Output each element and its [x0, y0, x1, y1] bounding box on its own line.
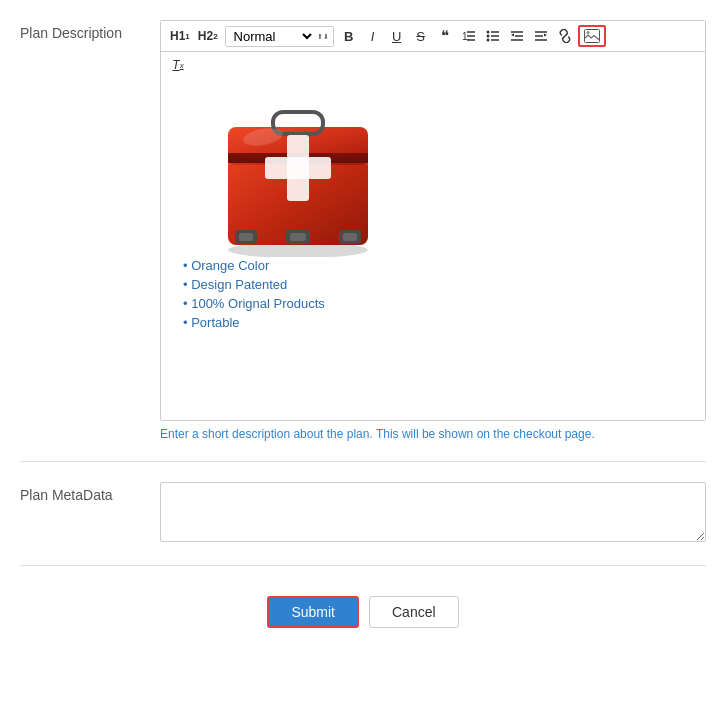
link-icon	[558, 29, 572, 43]
format-select[interactable]: Normal Heading 1 Heading 2 Heading 3 Blo…	[230, 28, 315, 45]
strike-button[interactable]: S	[410, 25, 432, 47]
editor-content[interactable]: Orange Color Design Patented 100% Origna…	[161, 80, 705, 420]
bullet-item-1: Orange Color	[183, 258, 693, 273]
feature-bullet-list: Orange Color Design Patented 100% Origna…	[173, 258, 693, 330]
editor-toolbar-row2: Tx	[161, 52, 705, 80]
plan-metadata-label: Plan MetaData	[20, 482, 160, 506]
svg-point-6	[486, 39, 489, 42]
plan-description-row: Plan Description H11 H22 Normal Heading …	[20, 20, 706, 462]
ordered-list-button[interactable]: 1.	[458, 25, 480, 47]
plan-metadata-field	[160, 482, 706, 545]
svg-point-4	[486, 31, 489, 34]
plan-description-label: Plan Description	[20, 20, 160, 44]
svg-point-5	[486, 35, 489, 38]
first-aid-box-image	[213, 102, 373, 242]
help-text: Enter a short description about the plan…	[160, 427, 706, 441]
svg-rect-31	[343, 233, 357, 241]
clear-format-button[interactable]: Tx	[167, 54, 189, 76]
indent-left-icon	[510, 29, 524, 43]
svg-marker-13	[511, 34, 514, 37]
h1-button[interactable]: H11	[167, 25, 193, 47]
h2-button[interactable]: H22	[195, 25, 221, 47]
svg-marker-17	[544, 34, 547, 37]
format-select-wrapper[interactable]: Normal Heading 1 Heading 2 Heading 3 Blo…	[225, 26, 334, 47]
underline-button[interactable]: U	[386, 25, 408, 47]
svg-rect-29	[239, 233, 253, 241]
bold-button[interactable]: B	[338, 25, 360, 47]
image-icon	[584, 29, 600, 43]
svg-point-20	[586, 31, 589, 34]
link-button[interactable]	[554, 25, 576, 47]
bullet-item-2: Design Patented	[183, 277, 693, 292]
plan-description-field: H11 H22 Normal Heading 1 Heading 2 Headi…	[160, 20, 706, 441]
indent-right-button[interactable]	[530, 25, 552, 47]
form-buttons: Submit Cancel	[20, 586, 706, 628]
unordered-list-icon	[486, 29, 500, 43]
svg-rect-27	[287, 135, 309, 201]
blockquote-button[interactable]: ❝	[434, 25, 456, 47]
bullet-item-4: Portable	[183, 315, 693, 330]
italic-button[interactable]: I	[362, 25, 384, 47]
svg-rect-33	[290, 233, 306, 241]
ordered-list-icon: 1.	[462, 29, 476, 43]
plan-metadata-row: Plan MetaData	[20, 482, 706, 566]
indent-left-button[interactable]	[506, 25, 528, 47]
bullet-item-3: 100% Orignal Products	[183, 296, 693, 311]
image-button[interactable]	[578, 25, 606, 47]
svg-line-18	[563, 34, 567, 38]
first-aid-svg	[213, 102, 383, 257]
cancel-button[interactable]: Cancel	[369, 596, 459, 628]
submit-button[interactable]: Submit	[267, 596, 359, 628]
indent-right-icon	[534, 29, 548, 43]
editor-toolbar: H11 H22 Normal Heading 1 Heading 2 Headi…	[161, 21, 705, 52]
unordered-list-button[interactable]	[482, 25, 504, 47]
plan-metadata-textarea[interactable]	[160, 482, 706, 542]
rich-text-editor: H11 H22 Normal Heading 1 Heading 2 Headi…	[160, 20, 706, 421]
